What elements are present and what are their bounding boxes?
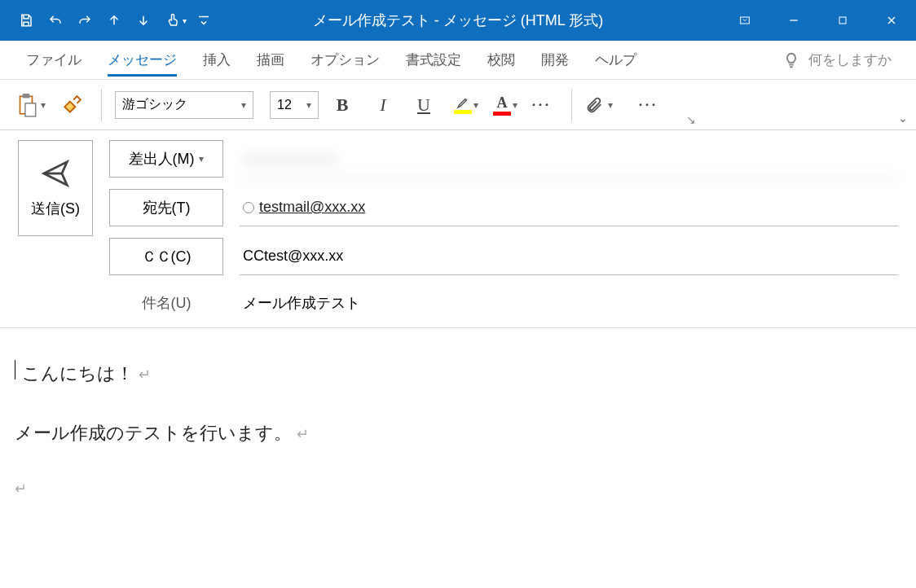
attach-button[interactable]: ▾ <box>585 94 613 116</box>
subject-label: 件名(U) <box>109 287 223 319</box>
svg-rect-3 <box>23 94 30 98</box>
formatting-toolbar: ▾ 游ゴシック▾ 12▾ B I U ▾ A ▾ ··· ▾ ··· ↘ ⌄ <box>0 80 916 130</box>
contact-icon <box>243 202 254 213</box>
send-button[interactable]: 送信(S) <box>18 140 93 236</box>
underline-button[interactable]: U <box>407 89 441 121</box>
recipient-chip[interactable]: testmail@xxx.xx <box>243 199 365 216</box>
message-header: 送信(S) 差出人(M)▾ 宛先(T) ＣＣ(C) 件名(U) xxxxxxxx… <box>0 130 916 328</box>
tab-draw[interactable]: 描画 <box>244 41 297 80</box>
title-bar: ▾ メール作成テスト - メッセージ (HTML 形式) <box>0 0 916 41</box>
paperclip-icon <box>585 94 603 116</box>
lightbulb-icon <box>782 51 800 69</box>
font-color-button[interactable]: A ▾ <box>493 94 517 116</box>
svg-rect-4 <box>25 103 36 116</box>
prev-item-icon[interactable] <box>99 0 129 41</box>
tab-message[interactable]: メッセージ <box>95 41 190 80</box>
to-field[interactable]: testmail@xxx.xx <box>240 189 898 226</box>
paragraph-mark-icon: ↵ <box>297 417 309 452</box>
window-controls <box>720 0 916 41</box>
to-button[interactable]: 宛先(T) <box>109 189 223 226</box>
next-item-icon[interactable] <box>129 0 158 41</box>
collapse-ribbon-icon[interactable]: ⌄ <box>898 112 908 125</box>
subject-field[interactable]: メール作成テスト <box>240 287 898 319</box>
font-size-select[interactable]: 12▾ <box>270 91 319 119</box>
message-body[interactable]: こんにちは！ ↵ メール作成のテストを行います。 ↵ ↵ <box>0 328 916 531</box>
format-painter-icon[interactable] <box>55 89 88 121</box>
italic-button[interactable]: I <box>366 89 400 121</box>
tab-options[interactable]: オプション <box>297 41 393 80</box>
cc-field[interactable]: CCtest@xxx.xx <box>240 238 898 275</box>
tab-help[interactable]: ヘルプ <box>582 41 650 80</box>
touch-mode-icon[interactable]: ▾ <box>158 0 194 41</box>
window-title: メール作成テスト - メッセージ (HTML 形式) <box>313 11 603 30</box>
highlight-icon <box>454 95 472 114</box>
qat-customize-icon[interactable] <box>194 0 214 41</box>
paragraph-mark-icon: ↵ <box>139 358 151 393</box>
dialog-launcher-icon[interactable]: ↘ <box>686 113 696 126</box>
font-name-select[interactable]: 游ゴシック▾ <box>115 91 253 119</box>
paste-button[interactable]: ▾ <box>11 89 49 121</box>
redo-icon[interactable] <box>70 0 99 41</box>
tab-format[interactable]: 書式設定 <box>393 41 474 80</box>
tab-insert[interactable]: 挿入 <box>190 41 244 80</box>
divider <box>101 89 102 121</box>
font-color-icon: A <box>493 94 511 116</box>
more-formatting-icon[interactable]: ··· <box>524 89 558 121</box>
body-line: メール作成のテストを行います。 ↵ <box>15 412 901 455</box>
send-icon <box>40 158 71 189</box>
ribbon-tabs: ファイル メッセージ 挿入 描画 オプション 書式設定 校閲 開発 ヘルプ 何を… <box>0 41 916 80</box>
close-icon[interactable] <box>867 0 916 41</box>
quick-access-toolbar: ▾ <box>0 0 214 41</box>
text-cursor <box>15 360 15 380</box>
highlight-color-button[interactable]: ▾ <box>454 95 478 114</box>
paragraph-mark-icon: ↵ <box>15 472 27 507</box>
body-line: こんにちは！ ↵ <box>15 353 901 396</box>
tab-file[interactable]: ファイル <box>13 41 95 80</box>
divider <box>571 89 572 121</box>
body-line: ↵ <box>15 472 901 507</box>
ribbon-display-icon[interactable] <box>720 0 769 41</box>
from-field[interactable]: xxxxxxxxxxxxx <box>240 140 898 178</box>
cc-button[interactable]: ＣＣ(C) <box>109 238 223 275</box>
bold-button[interactable]: B <box>325 89 359 121</box>
from-button[interactable]: 差出人(M)▾ <box>109 140 223 178</box>
tab-developer[interactable]: 開発 <box>528 41 582 80</box>
tell-me-search[interactable]: 何をしますか <box>782 50 916 69</box>
maximize-icon[interactable] <box>818 0 867 41</box>
svg-rect-1 <box>839 17 846 24</box>
undo-icon[interactable] <box>41 0 70 41</box>
more-commands-icon[interactable]: ··· <box>631 89 665 121</box>
save-icon[interactable] <box>11 0 41 41</box>
minimize-icon[interactable] <box>769 0 818 41</box>
tab-review[interactable]: 校閲 <box>474 41 528 80</box>
